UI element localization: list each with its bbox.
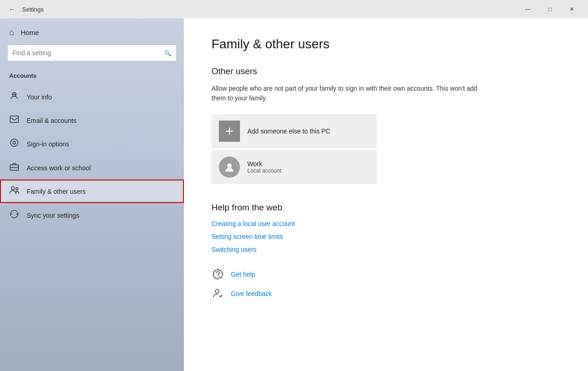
give-feedback-icon [211, 287, 224, 300]
work-user-tile[interactable]: Work Local account [211, 150, 377, 184]
other-users-desc: Allow people who are not part of your fa… [211, 84, 487, 103]
family-users-label: Family & other users [27, 188, 86, 195]
briefcase-icon [9, 162, 19, 173]
accounts-section-title: Accounts [0, 69, 184, 85]
sign-in-icon [9, 138, 19, 150]
family-icon [9, 186, 19, 197]
back-button[interactable]: ← [6, 3, 18, 16]
svg-point-8 [16, 188, 18, 190]
svg-point-15 [215, 290, 219, 293]
svg-point-16 [218, 294, 223, 298]
home-label: Home [21, 29, 39, 36]
give-feedback-label: Give feedback [231, 290, 272, 297]
email-icon [9, 116, 19, 125]
sidebar-item-family-users[interactable]: Family & other users [0, 180, 184, 203]
svg-point-11 [227, 163, 232, 168]
help-title: Help from the web [211, 203, 560, 213]
svg-point-7 [11, 187, 15, 190]
other-users-title: Other users [211, 66, 560, 76]
link-local-account[interactable]: Creating a local user account [211, 220, 560, 227]
app-title: Settings [22, 6, 517, 13]
your-info-label: Your info [27, 93, 52, 101]
sidebar-item-your-info[interactable]: Your info [0, 85, 184, 109]
sidebar-item-sync-settings[interactable]: Sync your settings [0, 203, 184, 227]
user-info: Work Local account [247, 160, 281, 174]
svg-point-14 [218, 275, 223, 279]
email-accounts-label: Email & accounts [27, 117, 76, 124]
close-button[interactable]: ✕ [561, 2, 582, 17]
content-area: Family & other users Other users Allow p… [184, 18, 588, 371]
sidebar-item-email-accounts[interactable]: Email & accounts [0, 109, 184, 132]
user-avatar [219, 157, 240, 178]
search-icon: 🔍 [164, 50, 171, 57]
add-someone-label: Add someone else to this PC [247, 128, 331, 135]
home-icon: ⌂ [9, 28, 14, 37]
titlebar: ← Settings — □ ✕ [0, 0, 588, 18]
get-help-label: Get help [231, 271, 255, 278]
svg-rect-2 [10, 116, 18, 122]
sidebar-item-sign-in-options[interactable]: Sign-in options [0, 132, 184, 156]
minimize-button[interactable]: — [517, 2, 538, 17]
sidebar-home-item[interactable]: ⌂ Home [0, 18, 184, 45]
your-info-icon [9, 91, 19, 103]
add-someone-tile[interactable]: Add someone else to this PC [211, 114, 377, 148]
search-box: 🔍 [7, 45, 177, 61]
link-switching-users[interactable]: Switching users [211, 246, 560, 253]
svg-point-13 [217, 277, 218, 278]
add-icon [219, 121, 240, 142]
sign-in-label: Sign-in options [27, 140, 69, 148]
svg-point-3 [11, 139, 18, 146]
sync-label: Sync your settings [27, 212, 79, 219]
bottom-actions: Get help Give feedback [211, 268, 560, 300]
maximize-button[interactable]: □ [539, 2, 560, 17]
access-work-label: Access work or school [27, 164, 91, 172]
sync-icon [9, 209, 19, 221]
get-help-row[interactable]: Get help [211, 268, 560, 281]
help-section: Help from the web Creating a local user … [211, 203, 560, 253]
window-controls: — □ ✕ [517, 2, 582, 17]
app-body: ⌂ Home 🔍 Accounts Your info [0, 18, 588, 371]
user-name: Work [247, 160, 281, 168]
svg-point-4 [13, 141, 16, 144]
link-screen-time[interactable]: Setting screen time limits [211, 233, 560, 240]
page-title: Family & other users [211, 37, 560, 52]
user-sub: Local account [247, 168, 281, 174]
give-feedback-row[interactable]: Give feedback [211, 287, 560, 300]
search-input[interactable] [12, 49, 164, 57]
get-help-icon [211, 268, 224, 281]
sidebar-item-access-work[interactable]: Access work or school [0, 156, 184, 180]
sidebar: ⌂ Home 🔍 Accounts Your info [0, 18, 184, 371]
